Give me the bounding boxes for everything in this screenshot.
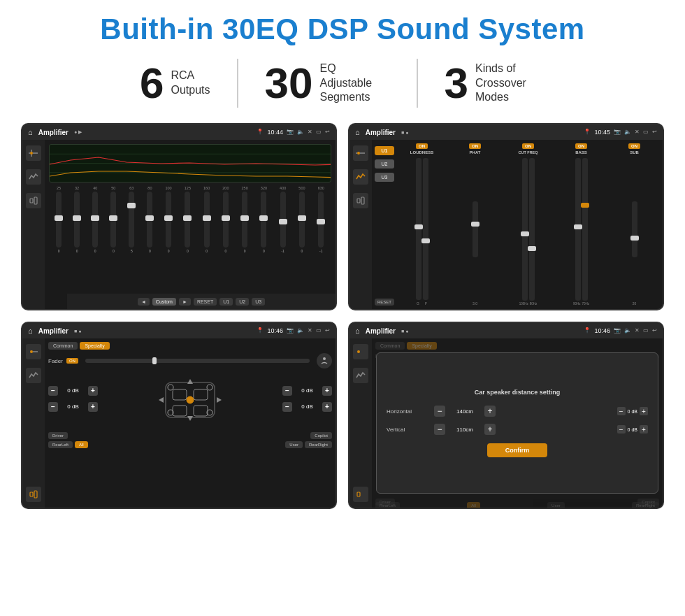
distance-icon-1[interactable] xyxy=(353,344,368,359)
right-vol1-plus-small[interactable]: + xyxy=(640,407,648,415)
right-vol2-minus-small[interactable]: − xyxy=(617,425,626,434)
fader-tab-specialty[interactable]: Specialty xyxy=(80,342,109,350)
fader-on-badge[interactable]: ON xyxy=(66,358,78,364)
phat-slider[interactable] xyxy=(473,201,478,257)
sub-slider[interactable] xyxy=(632,201,637,257)
eq-track-100[interactable] xyxy=(166,192,171,248)
eq-thumb-400[interactable] xyxy=(279,219,287,224)
loudness-on[interactable]: ON xyxy=(416,143,428,149)
fader-rearright-btn[interactable]: RearRight xyxy=(305,441,332,448)
loudness-slider-f[interactable] xyxy=(423,158,428,300)
eq-thumb-320[interactable] xyxy=(259,215,268,221)
fader-copilot-btn[interactable]: Copilot xyxy=(310,432,332,439)
phat-thumb[interactable] xyxy=(471,222,480,227)
horizontal-plus-btn[interactable]: + xyxy=(484,406,496,417)
dist-user-btn[interactable]: User xyxy=(547,502,565,509)
vertical-plus-btn[interactable]: + xyxy=(484,424,496,435)
distance-tab-specialty[interactable]: Specialty xyxy=(407,342,436,350)
eq-thumb-40[interactable] xyxy=(91,215,99,221)
eq-thumb-200[interactable] xyxy=(222,215,230,221)
bass-thumb-g[interactable] xyxy=(581,203,589,208)
eq-thumb-630[interactable] xyxy=(317,219,325,224)
eq-thumb-80[interactable] xyxy=(145,215,154,221)
loudness-slider-g[interactable] xyxy=(416,158,421,300)
eq-thumb-50[interactable] xyxy=(109,215,117,221)
fader-person-icon[interactable] xyxy=(317,353,332,368)
fader-icon-1[interactable] xyxy=(26,344,41,359)
left-vol1-plus[interactable]: + xyxy=(88,386,98,396)
home-icon[interactable]: ⌂ xyxy=(28,128,33,136)
left-vol2-plus[interactable]: + xyxy=(88,402,98,412)
right-vol2-plus-small[interactable]: + xyxy=(640,425,648,434)
distance-icon-2[interactable] xyxy=(353,368,368,383)
fader-slider[interactable] xyxy=(85,359,310,363)
right-vol1-plus[interactable]: + xyxy=(322,386,332,396)
fader-all-btn[interactable]: All xyxy=(75,441,88,448)
dist-rearright-btn[interactable]: RearRight xyxy=(632,502,659,509)
eq-track-400[interactable] xyxy=(280,192,286,248)
cutfreq-slider-g[interactable] xyxy=(529,158,535,301)
loudness-thumb-g[interactable] xyxy=(414,224,423,229)
fader-slider-thumb[interactable] xyxy=(152,357,157,364)
sub-thumb[interactable] xyxy=(630,236,639,241)
eq-thumb-160[interactable] xyxy=(203,215,211,221)
right-vol1-minus-small[interactable]: − xyxy=(617,407,626,415)
crossover-icon-3[interactable] xyxy=(353,193,368,208)
fader-driver-btn[interactable]: Driver xyxy=(48,432,68,439)
eq-u3-btn[interactable]: U3 xyxy=(252,298,265,306)
left-vol1-minus[interactable]: − xyxy=(48,386,58,396)
fader-home-icon[interactable]: ⌂ xyxy=(28,327,33,335)
eq-thumb-63[interactable] xyxy=(127,203,136,208)
eq-icon-2[interactable] xyxy=(26,169,41,185)
horizontal-minus-btn[interactable]: − xyxy=(434,406,445,417)
eq-custom-btn[interactable]: Custom xyxy=(152,298,176,306)
vertical-minus-btn[interactable]: − xyxy=(434,424,445,435)
dist-all-btn[interactable]: All xyxy=(467,502,480,509)
eq-track-80[interactable] xyxy=(147,192,152,248)
right-vol2-plus[interactable]: + xyxy=(322,402,332,412)
eq-thumb-32[interactable] xyxy=(73,215,81,221)
bass-thumb-f[interactable] xyxy=(574,224,582,229)
crossover-u3-btn[interactable]: U3 xyxy=(375,173,394,182)
fader-icon-2[interactable] xyxy=(26,368,41,383)
distance-home-icon[interactable]: ⌂ xyxy=(355,327,360,335)
fader-user-btn[interactable]: User xyxy=(285,441,303,448)
eq-thumb-125[interactable] xyxy=(183,215,192,221)
cutfreq-on[interactable]: ON xyxy=(522,143,534,149)
bass-slider-g[interactable] xyxy=(582,158,588,301)
loudness-thumb-f[interactable] xyxy=(421,238,430,243)
eq-thumb-25[interactable] xyxy=(55,215,63,221)
eq-track-250[interactable] xyxy=(242,192,247,248)
cutfreq-thumb-f[interactable] xyxy=(521,231,529,236)
dist-rearleft-btn[interactable]: RearLeft xyxy=(375,502,400,509)
sub-on[interactable]: ON xyxy=(628,143,640,149)
eq-track-630[interactable] xyxy=(318,192,324,248)
eq-reset-btn[interactable]: RESET xyxy=(194,298,217,306)
eq-track-40[interactable] xyxy=(92,192,98,248)
cutfreq-slider-f[interactable] xyxy=(522,158,528,301)
bass-slider-f[interactable] xyxy=(575,158,581,301)
eq-track-500[interactable] xyxy=(299,192,305,248)
crossover-u1-btn[interactable]: U1 xyxy=(375,146,394,155)
eq-thumb-250[interactable] xyxy=(240,215,249,221)
crossover-reset-btn[interactable]: RESET xyxy=(375,299,394,306)
distance-tab-common[interactable]: Common xyxy=(375,342,405,350)
crossover-icon-2[interactable] xyxy=(353,169,368,185)
eq-track-25[interactable] xyxy=(56,192,62,248)
right-vol1-minus[interactable]: − xyxy=(282,386,292,396)
right-vol2-minus[interactable]: − xyxy=(282,402,292,412)
eq-prev-btn[interactable]: ◄ xyxy=(138,298,150,306)
eq-track-63[interactable] xyxy=(129,192,134,248)
eq-track-200[interactable] xyxy=(223,192,229,248)
eq-track-320[interactable] xyxy=(261,192,266,248)
confirm-button[interactable]: Confirm xyxy=(487,443,548,457)
fader-tab-common[interactable]: Common xyxy=(48,342,78,350)
eq-track-32[interactable] xyxy=(74,192,80,248)
crossover-icon-1[interactable] xyxy=(353,145,368,161)
cutfreq-thumb-g[interactable] xyxy=(528,246,536,251)
eq-icon-3[interactable] xyxy=(26,193,41,208)
distance-icon-3[interactable] xyxy=(353,487,368,502)
crossover-home-icon[interactable]: ⌂ xyxy=(355,128,360,136)
eq-icon-1[interactable] xyxy=(26,145,41,161)
eq-next-btn[interactable]: ► xyxy=(179,298,191,306)
